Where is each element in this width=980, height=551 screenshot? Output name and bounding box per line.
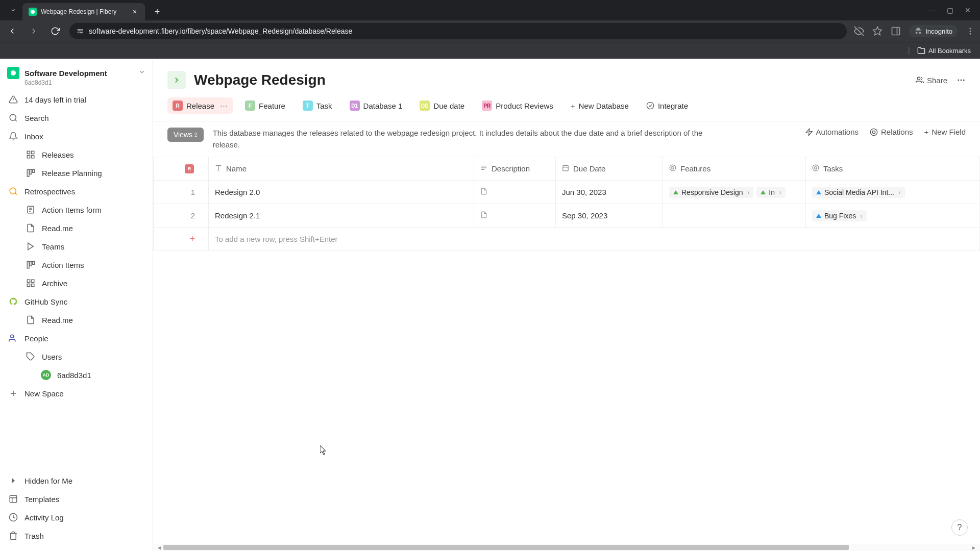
sidebar-activity-log[interactable]: Activity Log: [0, 508, 153, 527]
side-panel-icon[interactable]: [891, 26, 901, 36]
svg-marker-49: [806, 129, 812, 135]
more-horizontal-icon[interactable]: ⋯: [220, 101, 228, 110]
sidebar-item-people[interactable]: People: [0, 329, 153, 347]
sidebar-search[interactable]: Search: [0, 109, 153, 127]
column-due-date[interactable]: Due Date: [556, 157, 663, 181]
new-database-button[interactable]: + New Database: [566, 98, 634, 113]
play-icon: [26, 241, 36, 252]
sidebar-item-archive[interactable]: Archive: [0, 274, 153, 292]
url-text: software-development.fibery.io/fibery/sp…: [89, 27, 352, 35]
views-button[interactable]: Views 2: [167, 128, 204, 142]
eye-off-icon[interactable]: [854, 26, 864, 36]
table-row[interactable]: 1Redesign 2.0Jun 30, 2023Responsive Desi…: [154, 181, 980, 204]
sidebar-trash[interactable]: Trash: [0, 527, 153, 545]
new-field-button[interactable]: + New Field: [924, 128, 966, 136]
close-icon[interactable]: ×: [131, 8, 139, 16]
plus-icon: [8, 388, 18, 398]
column-tasks[interactable]: Tasks: [806, 157, 980, 181]
expand-icon[interactable]: [167, 71, 186, 89]
minimize-icon[interactable]: —: [928, 6, 936, 14]
cell-tasks[interactable]: Bug Fixes›: [806, 204, 980, 228]
table-row[interactable]: 2Redesign 2.1Sep 30, 2023Bug Fixes›: [154, 204, 980, 228]
sidebar-item-retrospectives[interactable]: Retrospectives: [0, 182, 153, 201]
scroll-left-icon[interactable]: ◄: [155, 545, 163, 550]
bookmark-star-icon[interactable]: [872, 26, 883, 36]
forward-button[interactable]: [27, 24, 41, 38]
sidebar-item-releases[interactable]: Releases: [0, 145, 153, 164]
sidebar-item-user-entry[interactable]: AD 6ad8d3d1: [0, 366, 153, 384]
task-chip[interactable]: Social Media API Int...›: [812, 187, 905, 198]
sidebar-inbox[interactable]: Inbox: [0, 127, 153, 145]
workspace-header[interactable]: Software Development: [0, 64, 153, 80]
share-icon: [916, 76, 924, 84]
cell-due-date[interactable]: Sep 30, 2023: [556, 204, 663, 228]
column-description[interactable]: Description: [474, 157, 556, 181]
reload-button[interactable]: [48, 24, 62, 38]
help-button[interactable]: ?: [951, 519, 968, 536]
cell-features[interactable]: Responsive Design›In›: [663, 181, 806, 204]
integrate-button[interactable]: Integrate: [641, 98, 693, 113]
url-box[interactable]: software-development.fibery.io/fibery/sp…: [69, 23, 847, 39]
relations-button[interactable]: Relations: [870, 128, 913, 136]
column-features[interactable]: Features: [663, 157, 806, 181]
sidebar-trial[interactable]: 14 days left in trial: [0, 90, 153, 109]
more-menu-button[interactable]: [957, 76, 966, 85]
data-table: R Name Description: [153, 157, 980, 251]
sidebar-hidden-for-me[interactable]: Hidden for Me: [0, 471, 153, 490]
svg-marker-39: [12, 478, 15, 484]
db-tab-database1[interactable]: D1 Database 1: [345, 97, 408, 114]
db-tab-feature[interactable]: F Feature: [240, 97, 290, 114]
database-description[interactable]: This database manages the releases relat…: [213, 128, 703, 151]
db-tab-release[interactable]: R Release ⋯: [167, 97, 233, 114]
cell-features[interactable]: [663, 204, 806, 228]
cell-tasks[interactable]: Social Media API Int...›: [806, 181, 980, 204]
sidebar-item-users[interactable]: Users: [0, 347, 153, 366]
cell-description[interactable]: [474, 181, 556, 204]
scroll-right-icon[interactable]: ►: [970, 545, 978, 550]
share-button[interactable]: Share: [916, 76, 947, 85]
sidebar-item-release-planning[interactable]: Release Planning: [0, 164, 153, 182]
all-bookmarks-button[interactable]: All Bookmarks: [917, 46, 971, 55]
tabs-dropdown-icon[interactable]: [7, 4, 19, 16]
column-name[interactable]: Name: [209, 157, 474, 181]
sidebar-item-teams[interactable]: Teams: [0, 237, 153, 256]
plus-icon: +: [924, 128, 929, 136]
db-tab-product-reviews[interactable]: PR Product Reviews: [477, 97, 558, 114]
cell-name[interactable]: Redesign 2.1: [209, 204, 474, 228]
cell-due-date[interactable]: Jun 30, 2023: [556, 181, 663, 204]
avatar: AD: [41, 370, 51, 380]
svg-point-44: [917, 77, 920, 80]
text-icon: [215, 164, 222, 173]
db-tab-due-date[interactable]: DD Due date: [414, 97, 470, 114]
feature-chip[interactable]: Responsive Design›: [669, 187, 753, 198]
browser-tab[interactable]: Webpage Redesign | Fibery ×: [22, 3, 145, 20]
board-icon: [26, 168, 36, 178]
feature-chip[interactable]: In›: [756, 187, 785, 198]
task-chip[interactable]: Bug Fixes›: [812, 210, 867, 221]
sidebar-item-readme-1[interactable]: Read.me: [0, 219, 153, 237]
horizontal-scrollbar[interactable]: ◄ ►: [153, 544, 980, 551]
svg-rect-34: [32, 284, 34, 287]
back-button[interactable]: [5, 24, 19, 38]
cell-name[interactable]: Redesign 2.0: [209, 181, 474, 204]
scroll-thumb[interactable]: [163, 545, 849, 550]
new-tab-button[interactable]: +: [150, 5, 164, 19]
cell-description[interactable]: [474, 204, 556, 228]
database-toolbar: Views 2 This database manages the releas…: [153, 121, 980, 157]
site-settings-icon[interactable]: [77, 28, 84, 35]
chevron-down-icon[interactable]: [138, 68, 145, 78]
add-row[interactable]: + To add a new row, press Shift+Enter: [154, 228, 980, 251]
sidebar-new-space[interactable]: New Space: [0, 384, 153, 403]
menu-icon[interactable]: [966, 27, 975, 36]
main-content: Webpage Redesign Share R Release ⋯ F Fea…: [153, 59, 980, 551]
sidebar-templates[interactable]: Templates: [0, 490, 153, 508]
sidebar-item-action-items-form[interactable]: Action Items form: [0, 201, 153, 219]
incognito-indicator[interactable]: Incognito: [909, 25, 958, 37]
db-tab-task[interactable]: T Task: [298, 97, 337, 114]
sidebar-item-github-sync[interactable]: GitHub Sync: [0, 292, 153, 311]
close-window-icon[interactable]: ✕: [965, 6, 971, 14]
maximize-icon[interactable]: ▢: [947, 6, 953, 14]
automations-button[interactable]: Automations: [805, 128, 859, 136]
sidebar-item-action-items[interactable]: Action Items: [0, 256, 153, 274]
sidebar-item-readme-2[interactable]: Read.me: [0, 311, 153, 329]
